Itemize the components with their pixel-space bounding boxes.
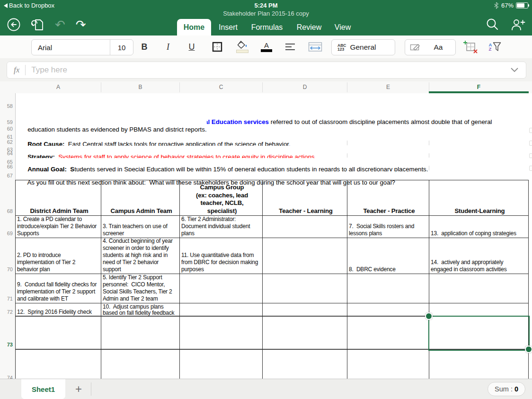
cell-styles-picker[interactable]: Aa [405, 39, 456, 55]
clock-time: 5:24 PM [0, 2, 532, 9]
undo-icon[interactable]: ↶ [55, 18, 65, 31]
cell-b68-header[interactable]: Campus Admin Team [101, 180, 181, 216]
growth-opportunity-text2: education students as evidenced by PBMAS… [27, 126, 206, 133]
insert-delete-cells-button[interactable] [461, 39, 479, 54]
add-sheet-button[interactable]: + [70, 379, 87, 399]
italic-button[interactable]: I [162, 39, 174, 54]
status-right: 67% [494, 2, 528, 9]
sum-value: 0 [514, 385, 518, 393]
fill-color-button[interactable] [235, 39, 250, 54]
back-circle-icon[interactable] [7, 18, 21, 32]
cell-e68-header[interactable]: Teacher - Practice [347, 180, 430, 216]
row-header-66[interactable]: 66 [0, 164, 13, 169]
row-header-74[interactable]: 74 [0, 375, 13, 379]
sum-indicator[interactable]: Sum : 0 [488, 382, 525, 396]
formula-input[interactable]: fx Type here [7, 62, 526, 79]
alignment-button[interactable] [283, 39, 297, 54]
tab-view[interactable]: View [330, 19, 355, 35]
number-format-value: General [350, 43, 376, 52]
cell-c68-header[interactable]: Campus Group (ex: coaches, lead teacher,… [180, 180, 264, 216]
cell-c69[interactable]: 6. Tier 2 Administrator: Document indivi… [180, 216, 264, 238]
row-header-67[interactable]: 67 [0, 173, 13, 178]
font-size-value[interactable]: 10 [110, 44, 133, 52]
growth-opportunity-text: referred to out of classroom discipline … [269, 118, 492, 125]
battery-icon [516, 2, 528, 9]
cell-a72[interactable]: 12. Spring 2016 Fidelity check [16, 303, 102, 316]
cell-b71[interactable]: 5. Identify Tier 2 Support personnel: CI… [101, 274, 181, 303]
cell-d68-header[interactable]: Teacher - Learning [263, 180, 348, 216]
bold-button[interactable]: B [138, 39, 151, 54]
cell-b72[interactable]: 10. Adjust campus plans based on fall fi… [101, 303, 181, 317]
sort-filter-button[interactable]: A Z [486, 39, 505, 54]
redo-icon[interactable]: ↷ [76, 18, 86, 31]
abc123-icon: ABC 123 [332, 44, 350, 52]
tab-insert[interactable]: Insert [214, 19, 242, 35]
col-header-f-selected[interactable]: F [429, 84, 528, 90]
row-header-73-selected[interactable]: 73 [0, 342, 13, 347]
cell-styles-label: Aa [421, 43, 455, 52]
insert-delete-cells-icon [463, 40, 478, 53]
merge-cells-button[interactable] [307, 39, 324, 54]
partial-g-cell [529, 141, 532, 146]
font-color-button[interactable]: A [259, 39, 274, 54]
column-headers: A B C D E F [0, 81, 532, 94]
cell-e70[interactable]: 8. DBRC evidence [347, 238, 430, 274]
row-header-68[interactable]: 68 [0, 208, 13, 214]
spreadsheet-grid[interactable]: 58 59 60 61 62 63 64 65 66 67 68 69 70 7… [0, 93, 532, 379]
col-header-a[interactable]: A [16, 84, 101, 90]
number-format-picker[interactable]: ABC 123 General [331, 39, 395, 55]
cell-b70[interactable]: 4. Conduct beginning of year screener in… [101, 238, 181, 274]
sort-az-letters: A Z [489, 43, 492, 52]
font-name-picker[interactable]: Arial 10 [31, 39, 133, 55]
add-people-icon[interactable] [510, 18, 525, 31]
selection-handle-bottom-right[interactable] [525, 346, 532, 353]
selection-f73[interactable] [428, 316, 530, 351]
row-header-58[interactable]: 58 [0, 103, 13, 109]
document-title: Stakeholder Plan 2015-16 copy [0, 10, 532, 17]
row-header-72[interactable]: 72 [0, 309, 13, 315]
tab-formulas[interactable]: Formulas [245, 19, 289, 35]
chevron-down-icon[interactable] [511, 68, 518, 72]
format-brush-icon [410, 43, 421, 52]
row-header-59[interactable]: 59 [0, 119, 13, 125]
sheet-tab-sheet1[interactable]: Sheet1 [21, 379, 65, 399]
row-header-64[interactable]: 64 [0, 151, 13, 156]
cell-a68-header[interactable]: District Admin Team [16, 180, 102, 216]
cell-f70[interactable]: 14. actively and appropriately engaged i… [429, 238, 530, 274]
cell-b69[interactable]: 3. Train teachers on use of screener [101, 216, 181, 238]
cell-a71[interactable]: 9. Conduct fall fidelity checks for impl… [16, 274, 102, 303]
cell-d70[interactable] [263, 238, 348, 274]
row-header-62[interactable]: 62 [0, 139, 13, 145]
cell-a69[interactable]: 1. Create a PD calendar to introduce/exp… [16, 216, 102, 238]
col-header-d[interactable]: D [263, 84, 347, 90]
fill-color-swatch [236, 50, 248, 53]
col-header-b[interactable]: B [101, 84, 179, 90]
cell-a70[interactable]: 2. PD to introduce implementation of Tie… [16, 238, 102, 274]
sort-z: Z [489, 47, 492, 52]
formula-bar-area: fx Type here [0, 58, 532, 82]
sheet-bar: Sheet1 + Sum : 0 [0, 379, 532, 399]
save-sync-icon[interactable] [31, 18, 44, 32]
cell-e69[interactable]: 7. Social Skills rosters and lessons pla… [347, 216, 430, 238]
col-header-c[interactable]: C [180, 84, 262, 90]
partial-g-cell [529, 166, 532, 171]
underline-button[interactable]: U [186, 39, 198, 54]
excel-ipad-app: Back to Dropbox 5:24 PM 67% Stakeholder … [0, 0, 532, 399]
borders-button[interactable] [210, 39, 224, 54]
row-header-70[interactable]: 70 [0, 266, 13, 272]
borders-icon [212, 42, 222, 52]
cell-c70[interactable]: 11. Use quantitative data from from DBRC… [180, 238, 264, 274]
fx-icon: fx [7, 65, 25, 75]
row-header-60[interactable]: 60 [0, 126, 13, 132]
tab-home[interactable]: Home [177, 19, 211, 35]
cell-f68-header[interactable]: Student-Learning [429, 180, 530, 216]
selection-handle-top-left[interactable] [425, 312, 433, 320]
cell-f69[interactable]: 13. application of coping strategies [429, 216, 530, 238]
row-header-71[interactable]: 71 [0, 296, 13, 301]
align-left-icon [285, 43, 295, 51]
col-header-e[interactable]: E [347, 84, 429, 90]
tab-review[interactable]: Review [293, 19, 326, 35]
search-icon[interactable] [486, 18, 499, 31]
cell-d69[interactable] [263, 216, 348, 238]
row-header-69[interactable]: 69 [0, 231, 13, 236]
